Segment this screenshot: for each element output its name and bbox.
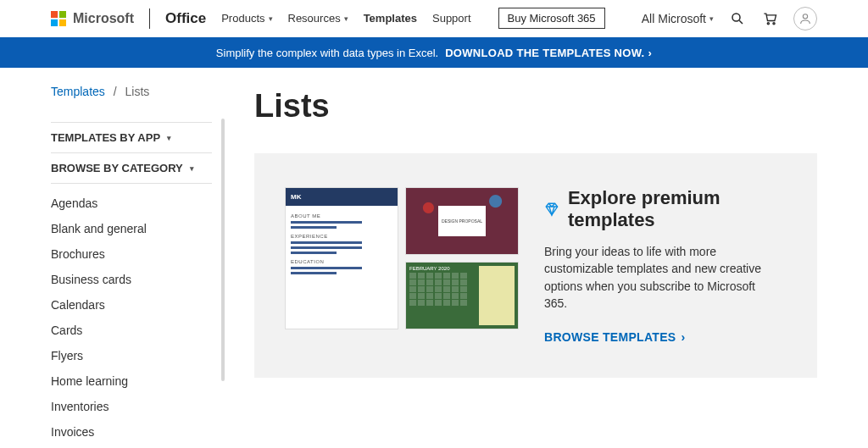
promo-cta: DOWNLOAD THE TEMPLATES NOW. › [445,47,652,59]
account-button[interactable] [793,7,817,30]
thumb-resume-exp: EXPERIENCE [291,234,392,239]
chevron-down-icon: ▾ [190,164,194,173]
category-calendars[interactable]: Calendars [51,298,105,312]
chevron-down-icon: ▾ [709,14,714,23]
chevron-right-icon: › [681,330,685,344]
category-brochures[interactable]: Brochures [51,247,105,261]
browse-templates-link[interactable]: BROWSE TEMPLATES › [544,330,685,344]
svg-rect-3 [59,19,66,25]
category-business-cards[interactable]: Business cards [51,273,131,286]
brand-label: Microsoft [73,11,134,26]
promo-banner[interactable]: Simplify the complex with data types in … [0,37,868,68]
nav-products[interactable]: Products▾ [221,12,272,25]
category-inventories[interactable]: Inventories [51,400,108,413]
svg-rect-0 [51,11,58,18]
nav-templates[interactable]: Templates [364,12,417,25]
thumb-resume-about: ABOUT ME [291,213,392,218]
nav-resources-label: Resources [288,12,341,25]
thumb-calendar-month: FEBRUARY 2020 [409,266,479,271]
section-label: TEMPLATES BY APP [51,131,160,144]
hero-title: Explore premium templates [568,187,787,231]
category-agendas[interactable]: Agendas [51,196,97,210]
nav-products-label: Products [221,12,264,25]
buy-m365-button[interactable]: Buy Microsoft 365 [498,8,605,29]
hero-cta-label: BROWSE TEMPLATES [544,330,676,344]
svg-line-5 [739,20,743,24]
hero-text: Explore premium templates Bring your ide… [544,187,787,344]
content-area: Lists MK ABOUT ME EXPERIENCE EDUCATION D… [254,85,817,448]
sidebar: Templates / Lists TEMPLATES BY APP ▾ BRO… [51,85,212,448]
microsoft-logo-link[interactable]: Microsoft [51,8,150,29]
category-blank-and-general[interactable]: Blank and general [51,222,147,235]
promo-cta-label: DOWNLOAD THE TEMPLATES NOW. [445,47,644,59]
category-home-learning[interactable]: Home learning [51,374,128,388]
search-icon [730,11,745,26]
premium-hero: MK ABOUT ME EXPERIENCE EDUCATION DESIGN … [254,153,817,378]
svg-rect-1 [59,11,66,18]
page-title: Lists [254,88,817,124]
search-button[interactable] [729,10,746,27]
chevron-down-icon: ▾ [269,14,273,23]
global-header: Microsoft Office Products▾ Resources▾ Te… [0,0,868,37]
premium-diamond-icon [544,201,559,218]
main-content: Templates / Lists TEMPLATES BY APP ▾ BRO… [0,68,868,448]
thumb-calendar: FEBRUARY 2020 [405,262,519,329]
hero-thumbnails: MK ABOUT ME EXPERIENCE EDUCATION DESIGN … [285,187,519,329]
nav-support[interactable]: Support [432,12,471,25]
breadcrumb-current: Lists [125,85,149,98]
office-home-link[interactable]: Office [165,10,206,27]
category-flyers[interactable]: Flyers [51,349,83,362]
all-microsoft-label: All Microsoft [642,12,706,25]
thumb-resume: MK ABOUT ME EXPERIENCE EDUCATION [285,187,398,329]
svg-point-4 [732,14,740,21]
category-cards[interactable]: Cards [51,324,82,337]
cart-icon [761,10,778,27]
nav-resources[interactable]: Resources▾ [288,12,348,25]
person-icon [798,12,812,25]
thumb-resume-edu: EDUCATION [291,259,392,264]
chevron-down-icon: ▾ [167,134,171,142]
breadcrumb-separator: / [114,85,117,98]
thumb-proposal-label: DESIGN PROPOSAL [442,218,482,224]
cart-button[interactable] [761,10,778,27]
promo-text: Simplify the complex with data types in … [216,47,438,59]
breadcrumb: Templates / Lists [51,85,212,98]
thumb-design-proposal: DESIGN PROPOSAL [405,187,519,255]
sidebar-section-templates-by-app[interactable]: TEMPLATES BY APP ▾ [51,122,212,153]
thumb-resume-initials: MK [291,193,301,201]
category-invoices[interactable]: Invoices [51,425,94,439]
hero-description: Bring your ideas to life with more custo… [544,243,782,312]
sidebar-section-browse-by-category[interactable]: BROWSE BY CATEGORY ▾ [51,153,212,184]
section-label: BROWSE BY CATEGORY [51,162,183,174]
svg-point-7 [773,22,775,24]
chevron-right-icon: › [648,47,653,59]
microsoft-logo-icon [51,11,66,26]
chevron-down-icon: ▾ [344,14,348,23]
all-microsoft-menu[interactable]: All Microsoft▾ [642,12,714,25]
header-right: All Microsoft▾ [642,7,817,30]
svg-point-6 [767,22,769,24]
category-list: Agendas Blank and general Brochures Busi… [51,184,212,448]
primary-nav: Products▾ Resources▾ Templates Support B… [221,8,604,29]
svg-rect-2 [51,19,58,25]
breadcrumb-root[interactable]: Templates [51,85,105,98]
svg-point-8 [803,14,807,18]
